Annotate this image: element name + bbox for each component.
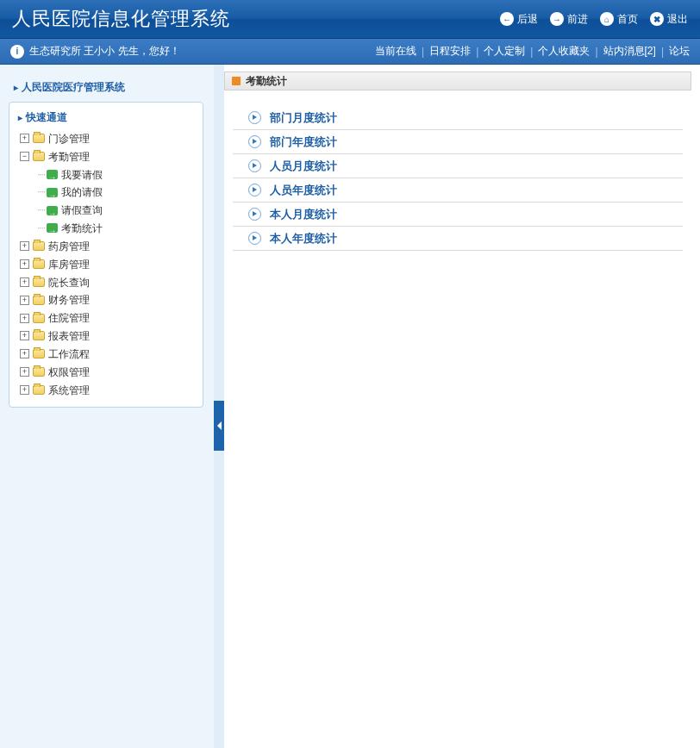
folder-icon (33, 349, 45, 358)
stat-link[interactable]: 人员月度统计 (233, 154, 683, 178)
forward-icon: → (550, 12, 564, 26)
greeting-area: i 生态研究所 王小小 先生，您好！ (10, 44, 180, 59)
folder-icon (33, 385, 45, 395)
arrow-circle-icon (248, 159, 261, 172)
tree-leaf-label[interactable]: 请假查询 (61, 204, 103, 216)
sub-links: 当前在线| 日程安排| 个人定制| 个人收藏夹| 站内消息[2]| 论坛 (375, 44, 690, 59)
sublink-favorites[interactable]: 个人收藏夹 (538, 44, 590, 59)
tree-leaf: ····我的请假 (37, 183, 197, 201)
tree-node: +系统管理 (15, 381, 197, 399)
sublink-schedule[interactable]: 日程安排 (429, 44, 471, 59)
tree-node: +院长查询 (15, 273, 197, 291)
main-layout: 人民医院医疗管理系统 快速通道 +门诊管理−考勤管理····我要请假····我的… (0, 65, 700, 748)
section-title: 考勤统计 (246, 74, 287, 89)
expand-icon[interactable]: + (20, 367, 29, 377)
tree-leaf: ····我要请假 (37, 165, 197, 184)
arrow-circle-icon (248, 111, 261, 124)
nav-label: 退出 (667, 12, 688, 27)
tree-title: 快速通道 (15, 108, 197, 129)
expand-icon[interactable]: + (20, 134, 29, 143)
tree-node-label[interactable]: 系统管理 (48, 383, 90, 396)
sublink-messages[interactable]: 站内消息[2] (603, 44, 656, 59)
arrow-icon (47, 206, 58, 215)
stat-link-label: 人员年度统计 (270, 183, 337, 198)
section-marker-icon (232, 77, 241, 85)
folder-icon (33, 314, 45, 323)
folder-icon (33, 367, 45, 377)
folder-icon (33, 152, 45, 161)
expand-icon[interactable]: + (20, 241, 29, 251)
tree-leaf-label[interactable]: 考勤统计 (61, 222, 103, 234)
expand-icon[interactable]: + (20, 314, 29, 323)
tree-node-label[interactable]: 财务管理 (48, 294, 90, 306)
collapse-sidebar-handle[interactable] (214, 401, 224, 451)
nav-back[interactable]: ←后退 (500, 12, 538, 27)
stat-link-label: 本人年度统计 (270, 231, 337, 246)
nav-exit[interactable]: ✖退出 (650, 12, 688, 27)
tree-node-label[interactable]: 考勤管理 (48, 151, 90, 163)
expand-icon[interactable]: + (20, 349, 29, 358)
tree-node: +住院管理 (15, 309, 197, 327)
folder-icon (33, 241, 45, 251)
tree-node: +工作流程 (15, 345, 197, 363)
expand-icon[interactable]: + (20, 385, 29, 395)
stat-link[interactable]: 本人年度统计 (233, 227, 683, 251)
tree-node-label[interactable]: 门诊管理 (48, 133, 90, 145)
exit-icon: ✖ (650, 12, 664, 26)
expand-icon[interactable]: + (20, 259, 29, 269)
tree-node: +权限管理 (15, 363, 197, 381)
tree-node: +报表管理 (15, 327, 197, 345)
expand-icon[interactable]: + (20, 296, 29, 305)
arrow-circle-icon (248, 232, 261, 245)
tree-leaf: ····考勤统计 (37, 219, 197, 237)
arrow-circle-icon (248, 184, 261, 196)
arrow-icon (47, 223, 58, 233)
tree-leaf-label[interactable]: 我的请假 (61, 186, 103, 198)
arrow-circle-icon (248, 135, 261, 148)
arrow-icon (47, 188, 58, 197)
tree-node-label[interactable]: 工作流程 (48, 348, 90, 360)
tree-node-label[interactable]: 院长查询 (48, 276, 90, 288)
sublink-forum[interactable]: 论坛 (669, 44, 690, 59)
stat-link[interactable]: 人员年度统计 (233, 178, 683, 203)
stat-link[interactable]: 部门年度统计 (233, 130, 683, 154)
tree-node: +门诊管理 (15, 129, 197, 147)
back-icon: ← (500, 12, 514, 26)
tree-node-label[interactable]: 住院管理 (48, 312, 90, 324)
nav-label: 前进 (567, 12, 588, 27)
section-header: 考勤统计 (224, 72, 691, 90)
stat-link-label: 部门月度统计 (270, 110, 337, 126)
nav-home[interactable]: ⌂首页 (600, 12, 638, 27)
stat-link-label: 部门年度统计 (270, 134, 337, 150)
nav-tree: +门诊管理−考勤管理····我要请假····我的请假····请假查询····考勤… (15, 129, 197, 398)
arrow-circle-icon (248, 208, 261, 221)
sublink-custom[interactable]: 个人定制 (484, 44, 525, 59)
nav-label: 后退 (517, 12, 538, 27)
user-icon: i (10, 45, 24, 59)
tree-leaf-label[interactable]: 我要请假 (61, 168, 103, 180)
tree-node-label[interactable]: 库房管理 (48, 259, 90, 271)
sidebar: 人民医院医疗管理系统 快速通道 +门诊管理−考勤管理····我要请假····我的… (0, 65, 214, 748)
header-nav: ←后退 →前进 ⌂首页 ✖退出 (500, 12, 688, 27)
stat-link-label: 本人月度统计 (270, 207, 337, 222)
stat-link[interactable]: 本人月度统计 (233, 203, 683, 227)
expand-icon[interactable]: + (20, 331, 29, 340)
tree-panel: 快速通道 +门诊管理−考勤管理····我要请假····我的请假····请假查询·… (9, 102, 203, 408)
stat-link[interactable]: 部门月度统计 (233, 106, 683, 130)
tree-node-label[interactable]: 报表管理 (48, 330, 90, 342)
tree-node: −考勤管理····我要请假····我的请假····请假查询····考勤统计 (15, 147, 197, 237)
stat-links: 部门月度统计部门年度统计人员月度统计人员年度统计本人月度统计本人年度统计 (233, 106, 683, 251)
home-icon: ⌂ (600, 12, 614, 26)
nav-forward[interactable]: →前进 (550, 12, 588, 27)
expand-icon[interactable]: + (20, 277, 29, 287)
folder-icon (33, 331, 45, 340)
collapse-icon[interactable]: − (20, 152, 29, 161)
sublink-online[interactable]: 当前在线 (375, 44, 416, 59)
tree-node: +财务管理 (15, 290, 197, 309)
arrow-icon (47, 170, 58, 179)
tree-node-label[interactable]: 权限管理 (48, 366, 90, 378)
sidebar-panel-title: 人民医院医疗管理系统 (9, 73, 203, 102)
tree-node-label[interactable]: 药房管理 (48, 240, 90, 252)
tree-node: +库房管理 (15, 255, 197, 273)
content-area: 考勤统计 部门月度统计部门年度统计人员月度统计人员年度统计本人月度统计本人年度统… (224, 65, 700, 748)
